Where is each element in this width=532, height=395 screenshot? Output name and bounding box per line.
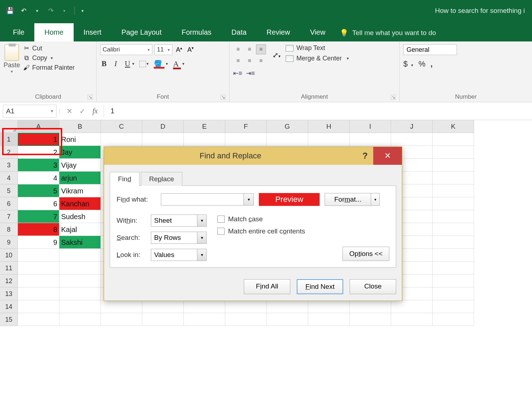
cell[interactable] [350,133,391,146]
column-header[interactable]: E [184,120,225,133]
cell[interactable]: 4 [18,172,59,184]
within-select[interactable]: Sheet [151,214,197,227]
cell[interactable] [267,300,308,313]
cell[interactable] [18,313,59,326]
column-header[interactable]: C [101,120,142,133]
paste-button[interactable]: Paste ▾ [4,44,23,74]
cell[interactable] [433,223,474,236]
chevron-down-icon[interactable]: ▾ [197,249,207,261]
search-select[interactable]: By Rows [151,232,197,244]
cell[interactable] [101,133,142,146]
redo-icon[interactable]: ↷ [45,5,56,16]
paste-dropdown-icon[interactable]: ▾ [11,69,13,74]
cell[interactable] [101,313,142,326]
cell[interactable] [184,300,225,313]
select-all-corner[interactable] [0,120,18,133]
cell[interactable] [433,172,474,184]
decrease-font-icon[interactable]: A▾ [186,45,195,54]
borders-button[interactable]: ▾ [139,61,149,67]
tab-data[interactable]: Data [221,23,256,41]
row-header[interactable]: 3 [0,159,18,172]
chevron-down-icon[interactable]: ▾ [411,63,413,67]
tab-review[interactable]: Review [257,23,300,41]
save-icon[interactable]: 💾 [4,5,16,16]
orientation-button[interactable]: ⤢▾ [272,51,281,59]
cell[interactable] [433,210,474,223]
row-header[interactable]: 4 [0,172,18,184]
cell[interactable] [350,300,391,313]
column-header[interactable]: A [18,120,59,133]
column-header[interactable]: D [142,120,184,133]
row-header[interactable]: 9 [0,236,18,249]
cell[interactable]: 2 [18,146,59,159]
cell[interactable] [433,146,474,159]
font-color-button[interactable]: A ▾ [173,59,184,69]
cell[interactable] [142,313,184,326]
cell[interactable] [433,275,474,287]
formula-input[interactable]: 1 [106,107,532,115]
undo-dropdown-icon[interactable]: ▾ [31,5,43,16]
cell[interactable] [391,133,433,146]
cell[interactable] [433,236,474,249]
cell[interactable]: Jay [59,146,101,159]
cell[interactable] [433,197,474,210]
cell[interactable] [225,133,267,146]
cell[interactable] [308,133,350,146]
cell[interactable] [225,313,267,326]
cell[interactable]: Sakshi [59,236,101,249]
cell[interactable] [18,249,59,262]
align-bottom-icon[interactable]: ≡ [256,44,266,54]
cell[interactable] [225,300,267,313]
cell[interactable] [59,313,101,326]
fill-color-button[interactable]: 🪣 ▾ [154,60,168,68]
alignment-launcher-icon[interactable]: ↘ [391,95,396,100]
row-header[interactable]: 14 [0,300,18,313]
cell[interactable] [18,287,59,300]
font-size-combo[interactable]: 11 ▾ [154,44,172,55]
cell[interactable] [59,287,101,300]
fx-icon[interactable]: fx [89,107,102,115]
match-entire-checkbox[interactable]: Match entire cell contents [217,227,305,235]
tab-view[interactable]: View [300,23,335,41]
cell[interactable] [267,133,308,146]
currency-button[interactable]: $ ▾ [403,59,413,69]
row-header[interactable]: 6 [0,197,18,210]
cell[interactable] [18,262,59,275]
tab-home[interactable]: Home [34,23,73,41]
format-button[interactable]: Format... [325,193,371,206]
help-icon[interactable]: ? [357,151,373,161]
cell[interactable]: 6 [18,197,59,210]
row-header[interactable]: 12 [0,275,18,287]
align-center-icon[interactable]: ≡ [245,56,255,66]
cell[interactable] [59,249,101,262]
options-button[interactable]: Options << [343,247,389,261]
row-header[interactable]: 11 [0,262,18,275]
cell[interactable] [18,300,59,313]
cell[interactable] [433,133,474,146]
row-header[interactable]: 8 [0,223,18,236]
cell[interactable]: Sudesh [59,210,101,223]
tab-formulas[interactable]: Formulas [172,23,221,41]
cell[interactable] [142,133,184,146]
tell-me-search[interactable]: 💡 Tell me what you want to do [335,29,440,41]
increase-font-icon[interactable]: A▴ [174,45,184,54]
column-header[interactable]: H [308,120,350,133]
cell[interactable] [391,300,433,313]
row-header[interactable]: 5 [0,184,18,197]
undo-icon[interactable]: ↶ [18,5,29,16]
cell[interactable] [142,300,184,313]
cell[interactable] [59,262,101,275]
row-header[interactable]: 2 [0,146,18,159]
format-dropdown-icon[interactable]: ▾ [371,193,380,206]
row-header[interactable]: 10 [0,249,18,262]
percent-button[interactable]: % [418,59,425,69]
find-what-input[interactable] [161,193,244,206]
cell[interactable] [308,300,350,313]
row-header[interactable]: 15 [0,313,18,326]
cell[interactable] [18,275,59,287]
row-header[interactable]: 1 [0,133,18,146]
chevron-down-icon[interactable]: ▾ [197,232,207,244]
chevron-down-icon[interactable]: ▾ [347,56,349,61]
cell[interactable]: Vijay [59,159,101,172]
cell[interactable] [433,300,474,313]
